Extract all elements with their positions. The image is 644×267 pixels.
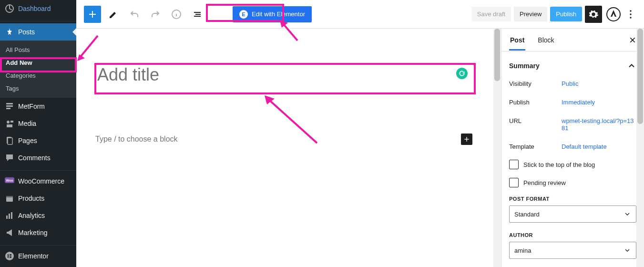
svg-rect-6 — [8, 138, 12, 144]
undo-button[interactable] — [126, 6, 143, 23]
slash-prompt-block[interactable]: Type / to choose a block — [95, 134, 472, 145]
svg-text:Woo: Woo — [6, 179, 13, 182]
author-value: amina — [514, 247, 531, 254]
svg-rect-12 — [9, 214, 10, 219]
scrollbar-thumb[interactable] — [494, 29, 500, 81]
svg-point-27 — [630, 17, 631, 18]
list-view-button[interactable] — [189, 6, 206, 23]
url-label: URL — [509, 117, 562, 132]
edit-with-elementor-button[interactable]: E Edit with Elementor — [233, 6, 312, 22]
sidebar-item-pages[interactable]: Pages — [0, 132, 76, 149]
tab-block[interactable]: Block — [537, 30, 555, 51]
publish-value[interactable]: Immediately — [562, 99, 595, 106]
sidebar-label-dashboard: Dashboard — [18, 5, 51, 12]
svg-point-24 — [607, 8, 620, 21]
sidebar-label-woocommerce: WooCommerce — [18, 177, 64, 185]
chevron-down-icon — [624, 210, 631, 218]
svg-point-4 — [7, 121, 10, 123]
editor-canvas: Type / to choose a block — [76, 29, 501, 267]
publish-button[interactable]: Publish — [550, 7, 582, 21]
sidebar-label-comments: Comments — [18, 154, 51, 162]
sidebar-label-marketing: Marketing — [18, 229, 47, 236]
summary-heading: Summary — [509, 62, 540, 70]
sidebar-item-analytics[interactable]: Analytics — [0, 207, 76, 224]
editor-toolbar: E Edit with Elementor Save draft Preview… — [76, 0, 644, 29]
summary-panel: Summary Visibility Public Publish Immedi… — [501, 51, 636, 259]
post-title-block — [95, 62, 472, 88]
astra-button[interactable] — [605, 6, 622, 23]
menu-separator — [0, 168, 76, 171]
scrollbar-thumb[interactable] — [637, 29, 643, 124]
form-icon — [5, 102, 14, 111]
summary-toggle[interactable]: Summary — [509, 61, 636, 71]
pushpin-icon — [5, 27, 14, 37]
sidebar-label-metform: MetForm — [18, 103, 45, 110]
post-format-label: POST FORMAT — [509, 196, 636, 202]
menu-separator — [0, 19, 76, 21]
template-label: Template — [509, 143, 562, 150]
list-view-icon — [192, 9, 203, 20]
stick-checkbox-row[interactable]: Stick to the top of the blog — [509, 160, 636, 169]
editor-scrollbar[interactable] — [493, 29, 501, 267]
settings-scrollbar[interactable] — [636, 29, 644, 267]
info-icon — [171, 9, 182, 20]
woocommerce-icon: Woo — [5, 176, 14, 186]
preview-button[interactable]: Preview — [514, 7, 547, 21]
sidebar-item-marketing[interactable]: Marketing — [0, 224, 76, 241]
pending-checkbox-row[interactable]: Pending review — [509, 178, 636, 187]
sidebar-item-dashboard[interactable]: Dashboard — [0, 0, 76, 17]
svg-rect-2 — [6, 105, 13, 107]
more-options-button[interactable] — [625, 6, 636, 23]
sidebar-item-templates[interactable]: Templates — [0, 265, 76, 267]
submenu-categories[interactable]: Categories — [0, 69, 76, 82]
redo-button[interactable] — [147, 6, 164, 23]
sidebar-item-media[interactable]: Media — [0, 115, 76, 132]
svg-rect-1 — [6, 103, 13, 104]
post-format-value: Standard — [514, 211, 540, 218]
sidebar-label-analytics: Analytics — [18, 212, 45, 219]
grammarly-icon[interactable] — [456, 68, 468, 79]
template-row[interactable]: Template Default template — [509, 143, 636, 150]
elementor-badge-icon: E — [239, 10, 248, 19]
save-draft-button[interactable]: Save draft — [471, 7, 511, 21]
inline-add-block-button[interactable] — [461, 134, 472, 145]
analytics-icon — [5, 211, 14, 220]
sidebar-item-woocommerce[interactable]: Woo WooCommerce — [0, 173, 76, 190]
sidebar-item-metform[interactable]: MetForm — [0, 98, 76, 115]
pending-checkbox[interactable] — [509, 178, 519, 187]
submenu-tags[interactable]: Tags — [0, 82, 76, 95]
template-value[interactable]: Default template — [562, 143, 607, 150]
svg-rect-17 — [10, 256, 11, 257]
visibility-value[interactable]: Public — [562, 80, 578, 87]
post-title-input[interactable] — [95, 62, 472, 88]
stick-checkbox[interactable] — [509, 160, 519, 169]
more-vertical-icon — [626, 9, 635, 20]
settings-scroll-area: Summary Visibility Public Publish Immedi… — [501, 51, 644, 267]
publish-row[interactable]: Publish Immediately — [509, 99, 636, 106]
url-value[interactable]: wpmet-testing.local/?p=1381 — [562, 117, 634, 132]
gear-icon — [588, 9, 599, 20]
sidebar-item-products[interactable]: Products — [0, 190, 76, 207]
sidebar-item-elementor[interactable]: Elementor — [0, 247, 76, 265]
chevron-up-icon — [627, 61, 636, 71]
plus-icon — [87, 9, 98, 20]
author-select[interactable]: amina — [509, 242, 636, 259]
visibility-row[interactable]: Visibility Public — [509, 80, 636, 87]
settings-gear-button[interactable] — [585, 6, 602, 23]
sidebar-item-comments[interactable]: Comments — [0, 149, 76, 166]
tools-button[interactable] — [105, 6, 122, 23]
tab-post[interactable]: Post — [509, 30, 525, 51]
sidebar-item-posts[interactable]: Posts — [0, 23, 76, 41]
add-block-button[interactable] — [84, 6, 101, 23]
url-row[interactable]: URL wpmet-testing.local/?p=1381 — [509, 117, 636, 132]
svg-rect-16 — [10, 254, 11, 255]
products-icon — [5, 194, 14, 203]
submenu-all-posts[interactable]: All Posts — [0, 43, 76, 56]
posts-submenu: All Posts Add New Categories Tags — [0, 41, 76, 98]
comments-icon — [5, 153, 14, 163]
post-format-select[interactable]: Standard — [509, 205, 636, 223]
submenu-add-new[interactable]: Add New — [0, 56, 76, 69]
svg-rect-18 — [10, 257, 11, 258]
info-button[interactable] — [168, 6, 185, 23]
close-settings-button[interactable] — [629, 36, 636, 44]
